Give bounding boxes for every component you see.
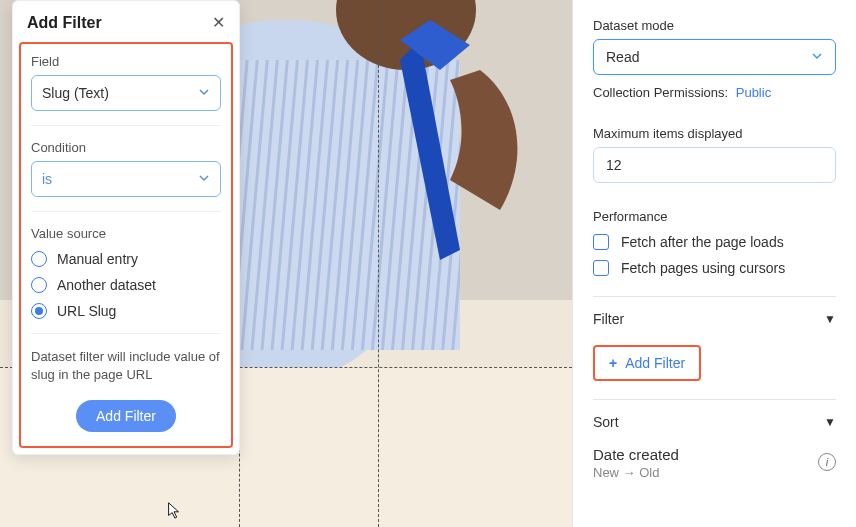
info-icon[interactable]: i xyxy=(818,453,836,471)
permissions-link[interactable]: Public xyxy=(736,85,771,100)
chevron-down-icon xyxy=(811,49,823,65)
chevron-down-icon xyxy=(198,171,210,187)
checkbox-icon xyxy=(593,260,609,276)
popover-title: Add Filter xyxy=(27,14,102,32)
field-select[interactable]: Slug (Text) xyxy=(31,75,221,111)
performance-label: Performance xyxy=(593,209,836,224)
caret-down-icon: ▼ xyxy=(824,415,836,429)
checkbox-icon xyxy=(593,234,609,250)
filter-note: Dataset filter will include value of slu… xyxy=(31,348,221,384)
guide-frame xyxy=(239,368,572,527)
max-items-input[interactable]: 12 xyxy=(593,147,836,183)
check-fetch-after-load[interactable]: Fetch after the page loads xyxy=(593,234,836,250)
sort-section-header[interactable]: Sort ▼ xyxy=(593,399,836,444)
settings-panel: Dataset mode Read Collection Permissions… xyxy=(572,0,856,527)
divider xyxy=(31,125,221,126)
close-icon[interactable]: ✕ xyxy=(212,13,225,32)
value-source-label: Value source xyxy=(31,226,221,241)
max-items-label: Maximum items displayed xyxy=(593,126,836,141)
condition-select[interactable]: is xyxy=(31,161,221,197)
add-filter-popover: Add Filter ✕ Field Slug (Text) Condition… xyxy=(12,0,240,455)
filter-section-header[interactable]: Filter ▼ xyxy=(593,296,836,341)
field-label: Field xyxy=(31,54,221,69)
radio-another-dataset[interactable]: Another dataset xyxy=(31,277,221,293)
add-filter-submit[interactable]: Add Filter xyxy=(76,400,176,432)
dataset-mode-value: Read xyxy=(606,49,639,65)
sort-field: Date created xyxy=(593,446,679,463)
radio-icon xyxy=(31,277,47,293)
add-filter-button[interactable]: + Add Filter xyxy=(593,345,701,381)
dataset-mode-label: Dataset mode xyxy=(593,18,836,33)
radio-icon xyxy=(31,251,47,267)
caret-down-icon: ▼ xyxy=(824,312,836,326)
radio-icon xyxy=(31,303,47,319)
condition-label: Condition xyxy=(31,140,221,155)
divider xyxy=(31,211,221,212)
sort-row[interactable]: Date created New → Old i xyxy=(593,444,836,480)
sort-direction: New → Old xyxy=(593,465,679,480)
divider xyxy=(31,333,221,334)
collection-permissions: Collection Permissions: Public xyxy=(593,85,836,100)
radio-url-slug[interactable]: URL Slug xyxy=(31,303,221,319)
dataset-mode-select[interactable]: Read xyxy=(593,39,836,75)
popover-highlight-frame: Field Slug (Text) Condition is Value sou… xyxy=(19,42,233,448)
plus-icon: + xyxy=(609,355,617,371)
chevron-down-icon xyxy=(198,85,210,101)
radio-manual-entry[interactable]: Manual entry xyxy=(31,251,221,267)
check-fetch-cursors[interactable]: Fetch pages using cursors xyxy=(593,260,836,276)
